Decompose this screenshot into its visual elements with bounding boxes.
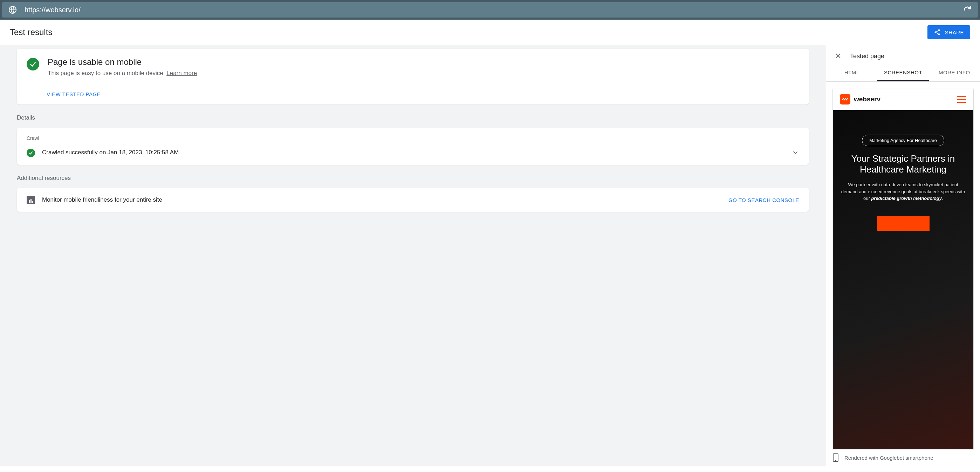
main-column: Page is usable on mobile This page is ea… xyxy=(0,45,826,466)
preview-brand: webserv xyxy=(854,96,880,103)
preview-heading: Your Strategic Partners in Healthcare Ma… xyxy=(851,153,955,175)
check-icon xyxy=(27,149,35,157)
preview-logo: webserv xyxy=(840,94,880,105)
globe-icon xyxy=(8,6,17,14)
preview-area: webserv Marketing Agency For Healthcare … xyxy=(826,82,980,450)
tested-page-panel: Tested page HTML SCREENSHOT MORE INFO we… xyxy=(826,45,980,466)
preview-pill: Marketing Agency For Healthcare xyxy=(862,135,944,146)
preview-paragraph: We partner with data-driven teams to sky… xyxy=(840,181,966,202)
svg-point-2 xyxy=(934,32,936,33)
close-button[interactable] xyxy=(833,51,843,62)
preview-header: webserv xyxy=(833,88,974,110)
share-label: SHARE xyxy=(945,29,964,35)
crawl-status: Crawled successfully on Jan 18, 2023, 10… xyxy=(42,149,784,156)
status-heading: Page is usable on mobile xyxy=(48,57,197,67)
resource-card: Monitor mobile friendliness for your ent… xyxy=(17,188,809,212)
side-panel-title: Tested page xyxy=(850,53,885,60)
hamburger-icon xyxy=(957,96,966,103)
chevron-down-icon[interactable] xyxy=(792,149,799,156)
details-label: Details xyxy=(17,114,809,121)
status-subtext: This page is easy to use on a mobile dev… xyxy=(48,70,197,77)
tabs: HTML SCREENSHOT MORE INFO xyxy=(826,65,980,82)
crawl-card[interactable]: Crawl Crawled successfully on Jan 18, 20… xyxy=(17,128,809,165)
mobile-preview: webserv Marketing Agency For Healthcare … xyxy=(832,88,974,450)
share-button[interactable]: SHARE xyxy=(928,25,970,39)
page-title: Test results xyxy=(10,27,52,37)
monitor-text: Monitor mobile friendliness for your ent… xyxy=(42,196,721,203)
check-icon xyxy=(27,58,39,70)
svg-point-1 xyxy=(938,29,940,31)
refresh-icon[interactable] xyxy=(963,6,972,14)
tab-more-info[interactable]: MORE INFO xyxy=(929,65,980,81)
analytics-icon xyxy=(27,196,35,204)
tab-html[interactable]: HTML xyxy=(826,65,877,81)
render-note: Rendered with Googlebot smartphone xyxy=(826,450,980,466)
logo-mark-icon xyxy=(840,94,850,105)
header: Test results SHARE xyxy=(0,20,980,45)
preview-cta-button xyxy=(877,216,929,231)
search-console-button[interactable]: GO TO SEARCH CONSOLE xyxy=(729,197,799,203)
share-icon xyxy=(934,29,941,36)
url-bar: https://webserv.io/ xyxy=(0,0,980,20)
tab-screenshot[interactable]: SCREENSHOT xyxy=(877,65,929,81)
smartphone-icon xyxy=(832,453,839,462)
svg-point-3 xyxy=(938,33,940,35)
crawl-label: Crawl xyxy=(27,136,799,141)
url-input[interactable]: https://webserv.io/ xyxy=(2,2,978,18)
learn-more-link[interactable]: Learn more xyxy=(166,70,197,77)
preview-hero: Marketing Agency For Healthcare Your Str… xyxy=(833,110,974,449)
body-area: Page is usable on mobile This page is ea… xyxy=(0,45,980,466)
close-icon xyxy=(835,52,842,59)
view-tested-page-button[interactable]: VIEW TESTED PAGE xyxy=(46,91,100,97)
additional-resources-label: Additional resources xyxy=(17,175,809,182)
url-text: https://webserv.io/ xyxy=(24,6,956,14)
status-card: Page is usable on mobile This page is ea… xyxy=(17,49,809,105)
